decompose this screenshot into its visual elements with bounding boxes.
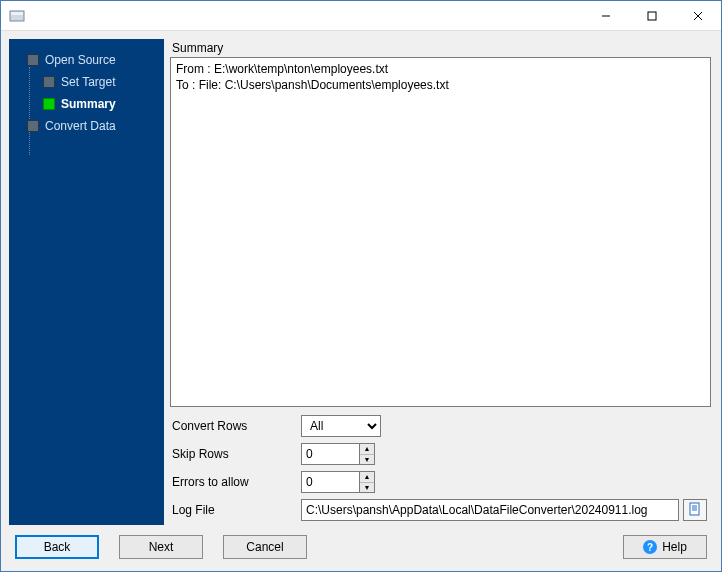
svg-rect-3 bbox=[648, 12, 656, 20]
logfile-label: Log File bbox=[172, 503, 297, 517]
logfile-input[interactable] bbox=[301, 499, 679, 521]
step-box-icon bbox=[27, 120, 39, 132]
svg-rect-1 bbox=[11, 12, 23, 15]
content-panel: Summary From : E:\work\temp\nton\employe… bbox=[168, 39, 713, 525]
cancel-button[interactable]: Cancel bbox=[223, 535, 307, 559]
step-label: Open Source bbox=[45, 53, 116, 67]
step-open-source[interactable]: Open Source bbox=[9, 49, 164, 71]
help-icon: ? bbox=[643, 540, 657, 554]
errors-label: Errors to allow bbox=[172, 475, 297, 489]
skip-rows-down[interactable]: ▼ bbox=[360, 455, 374, 465]
summary-section-label: Summary bbox=[168, 39, 713, 57]
wizard-footer: Back Next Cancel ? Help bbox=[9, 525, 713, 563]
app-icon bbox=[9, 8, 25, 24]
convert-rows-select[interactable]: All bbox=[301, 415, 381, 437]
skip-rows-label: Skip Rows bbox=[172, 447, 297, 461]
skip-rows-input[interactable] bbox=[301, 443, 359, 465]
logfile-browse-button[interactable] bbox=[683, 499, 707, 521]
step-label: Summary bbox=[61, 97, 116, 111]
summary-line: To : File: C:\Users\pansh\Documents\empl… bbox=[176, 78, 449, 92]
close-button[interactable] bbox=[675, 1, 721, 31]
step-box-icon bbox=[27, 54, 39, 66]
skip-rows-up[interactable]: ▲ bbox=[360, 444, 374, 455]
errors-up[interactable]: ▲ bbox=[360, 472, 374, 483]
titlebar bbox=[1, 1, 721, 31]
step-summary[interactable]: Summary bbox=[9, 93, 164, 115]
wizard-sidebar: Open Source Set Target Summary Convert D… bbox=[9, 39, 164, 525]
convert-rows-label: Convert Rows bbox=[172, 419, 297, 433]
step-convert-data[interactable]: Convert Data bbox=[9, 115, 164, 137]
minimize-button[interactable] bbox=[583, 1, 629, 31]
svg-rect-6 bbox=[690, 503, 699, 515]
summary-line: From : E:\work\temp\nton\employees.txt bbox=[176, 62, 388, 76]
errors-down[interactable]: ▼ bbox=[360, 483, 374, 493]
step-box-icon bbox=[43, 98, 55, 110]
step-box-icon bbox=[43, 76, 55, 88]
next-button[interactable]: Next bbox=[119, 535, 203, 559]
app-window: Open Source Set Target Summary Convert D… bbox=[0, 0, 722, 572]
options-grid: Convert Rows All Skip Rows ▲ ▼ bbox=[168, 413, 713, 525]
summary-text[interactable]: From : E:\work\temp\nton\employees.txt T… bbox=[170, 57, 711, 407]
step-label: Set Target bbox=[61, 75, 115, 89]
step-set-target[interactable]: Set Target bbox=[9, 71, 164, 93]
help-button[interactable]: ? Help bbox=[623, 535, 707, 559]
errors-input[interactable] bbox=[301, 471, 359, 493]
maximize-button[interactable] bbox=[629, 1, 675, 31]
client-area: Open Source Set Target Summary Convert D… bbox=[1, 31, 721, 571]
back-button[interactable]: Back bbox=[15, 535, 99, 559]
step-label: Convert Data bbox=[45, 119, 116, 133]
document-icon bbox=[688, 502, 702, 519]
